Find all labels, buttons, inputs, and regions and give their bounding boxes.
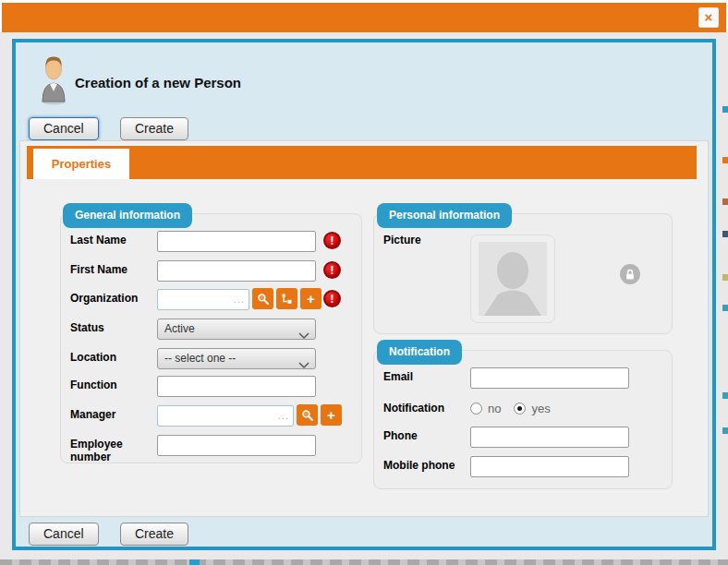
organization-input[interactable] <box>157 289 249 310</box>
phone-input[interactable] <box>470 427 629 448</box>
mandatory-icon: ! <box>323 261 341 279</box>
function-input[interactable] <box>157 376 316 397</box>
window-titlebar: × <box>2 3 726 32</box>
manager-add-icon[interactable]: + <box>321 404 342 426</box>
dialog-title: Creation of a new Person <box>75 75 241 90</box>
field-row-manager: Manager ... + <box>70 403 356 427</box>
field-row-employee-number: Employee number <box>70 433 356 463</box>
toolbar-bottom: Cancel Create <box>29 523 188 546</box>
notification-label: Notification <box>383 397 470 415</box>
cancel-button-bottom[interactable]: Cancel <box>29 523 99 546</box>
fieldset-general-information: General information Last Name ! First Na… <box>60 213 362 463</box>
status-select[interactable]: Active <box>157 319 316 340</box>
notification-yes-label[interactable]: yes <box>531 402 550 415</box>
location-label: Location <box>70 346 157 369</box>
person-icon <box>40 54 67 105</box>
tab-properties[interactable]: Properties <box>33 149 129 179</box>
organization-add-icon[interactable]: + <box>300 288 322 309</box>
location-select[interactable]: -- select one -- <box>157 348 316 369</box>
organization-search-icon[interactable] <box>252 288 273 309</box>
field-row-email: Email <box>383 366 666 389</box>
organization-label: Organization <box>70 287 157 310</box>
chevron-down-icon <box>298 327 309 346</box>
chevron-down-icon <box>298 356 309 376</box>
email-label: Email <box>383 366 470 389</box>
first-name-input[interactable] <box>157 260 316 282</box>
first-name-label: First Name <box>70 258 157 282</box>
manager-search-icon[interactable] <box>297 404 318 426</box>
background-page-edge <box>722 274 728 281</box>
toolbar-top: Cancel Create <box>29 117 188 140</box>
cancel-button[interactable]: Cancel <box>29 117 99 140</box>
notification-no-radio[interactable] <box>470 403 482 415</box>
employee-number-label: Employee number <box>70 433 157 463</box>
field-row-organization: Organization ... <box>70 287 356 310</box>
avatar-silhouette-icon <box>479 242 547 316</box>
lock-icon <box>620 264 640 284</box>
fieldset-personal-information: Personal information Picture <box>373 213 673 334</box>
fieldset-notification: Notification Email Notification no yes <box>373 350 673 489</box>
create-button[interactable]: Create <box>120 117 188 140</box>
field-row-function: Function <box>70 374 356 397</box>
mobile-phone-label: Mobile phone <box>383 454 470 477</box>
background-page-edge <box>722 392 728 399</box>
background-page-edge <box>722 427 728 434</box>
notification-radio-group: no yes <box>470 402 564 415</box>
phone-label: Phone <box>383 425 470 448</box>
background-page-edge <box>722 106 728 113</box>
legend-general-information: General information <box>63 203 192 228</box>
field-row-mobile-phone: Mobile phone <box>383 454 666 477</box>
field-row-notification: Notification no yes <box>383 397 666 415</box>
background-page-edge <box>722 231 728 237</box>
email-input[interactable] <box>470 367 629 389</box>
background-page-edge <box>722 157 728 163</box>
manager-input[interactable] <box>157 405 294 427</box>
function-label: Function <box>70 374 157 397</box>
background-scroll-strip <box>0 559 728 565</box>
legend-personal-information: Personal information <box>377 203 512 228</box>
properties-panel: Properties General information Last Name… <box>19 140 709 517</box>
background-page-edge <box>722 198 728 205</box>
background-page-edge <box>722 305 728 311</box>
mandatory-icon: ! <box>323 290 341 307</box>
mobile-phone-input[interactable] <box>470 456 629 477</box>
last-name-label: Last Name <box>70 229 157 252</box>
mandatory-icon: ! <box>323 232 341 249</box>
employee-number-input[interactable] <box>157 435 316 456</box>
picture-label: Picture <box>383 229 470 246</box>
organization-hierarchy-icon[interactable] <box>276 288 297 309</box>
close-icon[interactable]: × <box>698 7 719 28</box>
field-row-status: Status Active <box>70 317 356 340</box>
field-row-location: Location -- select one -- <box>70 346 356 369</box>
field-row-phone: Phone <box>383 425 666 448</box>
status-label: Status <box>70 317 157 340</box>
manager-label: Manager <box>70 403 157 427</box>
last-name-input[interactable] <box>157 231 316 252</box>
create-person-dialog: Creation of a new Person Cancel Create P… <box>12 39 716 550</box>
notification-yes-radio[interactable] <box>514 403 526 415</box>
legend-notification: Notification <box>377 340 462 365</box>
background-strip-accent <box>189 559 200 565</box>
create-button-bottom[interactable]: Create <box>120 523 188 546</box>
notification-no-label[interactable]: no <box>488 402 501 415</box>
tab-strip: Properties <box>27 146 697 179</box>
field-row-first-name: First Name ! <box>70 258 356 282</box>
picture-placeholder <box>470 234 555 323</box>
field-row-last-name: Last Name ! <box>70 229 356 252</box>
